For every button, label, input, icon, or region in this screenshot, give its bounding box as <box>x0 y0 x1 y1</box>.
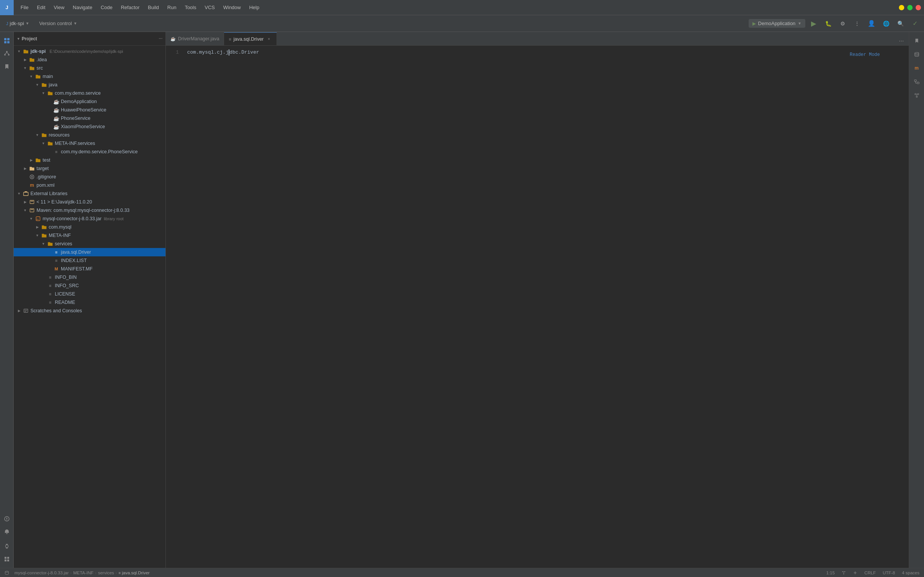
tree-item-meta-inf-services[interactable]: META-INF.services <box>14 139 166 148</box>
menu-code[interactable]: Code <box>97 3 116 12</box>
breadcrumb-jar[interactable]: mysql-connector-j-8.0.33.jar <box>15 571 69 575</box>
run-config-selector[interactable]: ▶ DemoApplication ▼ <box>749 19 805 28</box>
arrow-services-folder[interactable] <box>40 241 47 247</box>
tree-item-idea[interactable]: .idea <box>14 56 166 64</box>
arrow-maven-connector[interactable] <box>22 207 28 213</box>
arrow-jdk11[interactable] <box>22 199 28 205</box>
search-button[interactable]: 🔍 <box>894 18 906 30</box>
tree-item-java[interactable]: java <box>14 81 166 89</box>
menu-run[interactable]: Run <box>164 3 180 12</box>
right-panel-bookmark-icon[interactable] <box>911 35 922 47</box>
arrow-src[interactable] <box>22 65 28 71</box>
tree-item-jdk-spi[interactable]: jdk-spi E:\Documents\code\mydemo\spi\jdk… <box>14 47 166 56</box>
tree-item-jar[interactable]: jar mysql-connector-j-8.0.33.jar library… <box>14 214 166 223</box>
editor-content[interactable]: 1 com.mysql.cj.jdbc.Driver Reader Mode <box>166 46 909 568</box>
tab-driver-manager[interactable]: ☕ DriverManager.java <box>166 32 224 45</box>
menu-tools[interactable]: Tools <box>181 3 200 12</box>
arrow-meta-inf[interactable] <box>34 232 40 239</box>
right-panel-maven-icon[interactable]: m <box>911 62 922 74</box>
tree-item-com-my-demo-service[interactable]: com.my.demo.service <box>14 89 166 97</box>
status-vcs-icon[interactable] <box>840 571 848 575</box>
activity-plugins[interactable] <box>1 553 13 565</box>
tree-item-services-folder[interactable]: services <box>14 240 166 248</box>
arrow-main[interactable] <box>28 73 34 79</box>
more-options-button[interactable]: ⋮ <box>851 18 863 30</box>
arrow-idea[interactable] <box>22 57 28 63</box>
right-panel-git-icon[interactable] <box>911 90 922 101</box>
tree-item-jdk11[interactable]: < 11 > E:\Java\jdk-11.0.20 <box>14 198 166 206</box>
menu-file[interactable]: File <box>17 3 32 12</box>
tree-item-meta-inf[interactable]: META-INF <box>14 231 166 240</box>
vcs-selector[interactable]: Version control ▼ <box>36 19 80 28</box>
arrow-com-my-demo-service[interactable] <box>40 90 47 96</box>
arrow-test[interactable] <box>28 157 34 163</box>
tree-item-maven-connector[interactable]: Maven: com.mysql:mysql-connector-j:8.0.3… <box>14 206 166 214</box>
menu-navigate[interactable]: Navigate <box>69 3 96 12</box>
arrow-com-mysql[interactable] <box>34 224 40 230</box>
tree-item-readme[interactable]: ≡ README <box>14 298 166 306</box>
translate-button[interactable]: 🌐 <box>880 18 892 30</box>
close-button[interactable]: × <box>916 5 921 10</box>
menu-window[interactable]: Window <box>219 3 245 12</box>
activity-notifications[interactable] <box>1 526 13 537</box>
right-panel-database-icon[interactable] <box>911 49 922 60</box>
build-button[interactable]: ⚙ <box>837 18 849 30</box>
arrow-java[interactable] <box>34 82 40 88</box>
activity-bookmarks[interactable] <box>1 61 13 72</box>
arrow-jar[interactable] <box>28 216 34 222</box>
reader-mode-button[interactable]: Reader Mode <box>848 50 882 59</box>
tree-item-scratches[interactable]: Scratches and Consoles <box>14 306 166 315</box>
tree-item-info-bin[interactable]: ≡ INFO_BIN <box>14 273 166 282</box>
status-indent[interactable]: 4 spaces <box>900 571 921 575</box>
tab-close-java-sql-driver[interactable]: × <box>266 36 272 42</box>
status-db-icon[interactable] <box>3 571 11 575</box>
tree-item-info-src[interactable]: ≡ INFO_SRC <box>14 282 166 290</box>
tree-item-xiaomi[interactable]: ☕ XiaomiPhoneService <box>14 122 166 131</box>
arrow-jdk-spi[interactable] <box>16 48 22 55</box>
tree-item-demo-application[interactable]: ☕ DemoApplication <box>14 97 166 106</box>
tree-item-gitignore[interactable]: .gitignore <box>14 173 166 181</box>
minimize-button[interactable]: − <box>899 5 904 10</box>
tree-item-external-libs[interactable]: External Libraries <box>14 189 166 198</box>
maximize-button[interactable]: □ <box>907 5 913 10</box>
tree-item-main[interactable]: main <box>14 72 166 81</box>
arrow-external-libs[interactable] <box>16 190 22 197</box>
right-panel-diff-icon[interactable] <box>911 76 922 87</box>
tree-item-manifest[interactable]: M MANIFEST.MF <box>14 265 166 273</box>
arrow-resources[interactable] <box>34 132 40 138</box>
tab-action-more[interactable]: ⋯ <box>897 36 906 45</box>
account-button[interactable]: 👤 <box>866 18 877 30</box>
project-selector[interactable]: J jdk-spi ▼ <box>3 19 32 28</box>
tree-item-phone-service-txt[interactable]: ≡ com.my.demo.service.PhoneService <box>14 148 166 156</box>
arrow-meta-inf-services[interactable] <box>40 140 47 147</box>
menu-build[interactable]: Build <box>144 3 163 12</box>
tree-item-resources[interactable]: resources <box>14 131 166 139</box>
menu-edit[interactable]: Edit <box>33 3 49 12</box>
tree-item-target[interactable]: target <box>14 164 166 173</box>
arrow-scratches[interactable] <box>16 308 22 314</box>
tree-item-java-sql-driver[interactable]: ≡ java.sql.Driver <box>14 248 166 256</box>
arrow-target[interactable] <box>22 166 28 172</box>
tree-item-test[interactable]: test <box>14 156 166 164</box>
status-position[interactable]: 1:15 <box>825 571 836 575</box>
menu-help[interactable]: Help <box>245 3 263 12</box>
status-encoding[interactable]: UTF-8 <box>881 571 897 575</box>
tree-item-huawei[interactable]: ☕ HuaweiPhoneService <box>14 106 166 114</box>
menu-vcs[interactable]: VCS <box>201 3 219 12</box>
code-area[interactable]: com.mysql.cj.jdbc.Driver Reader Mode <box>182 46 909 568</box>
breadcrumb-services[interactable]: services <box>98 571 114 575</box>
tab-java-sql-driver[interactable]: ≡ java.sql.Driver × <box>224 32 277 45</box>
tree-item-license[interactable]: ≡ LICENSE <box>14 290 166 298</box>
activity-structure[interactable] <box>1 48 13 59</box>
menu-view[interactable]: View <box>50 3 68 12</box>
breadcrumb-meta-inf[interactable]: META-INF <box>73 571 93 575</box>
tree-item-index-list[interactable]: ≡ INDEX.LIST <box>14 256 166 265</box>
sidebar-header[interactable]: ▼ Project ⋯ <box>14 32 166 46</box>
menu-refactor[interactable]: Refactor <box>117 3 144 12</box>
tree-item-phone-service[interactable]: ☕ PhoneService <box>14 114 166 122</box>
activity-settings[interactable] <box>1 540 13 552</box>
debug-button[interactable]: 🐛 <box>822 18 834 30</box>
tree-item-com-mysql[interactable]: com.mysql <box>14 223 166 231</box>
activity-project[interactable] <box>1 35 13 47</box>
activity-problems[interactable] <box>1 513 13 524</box>
